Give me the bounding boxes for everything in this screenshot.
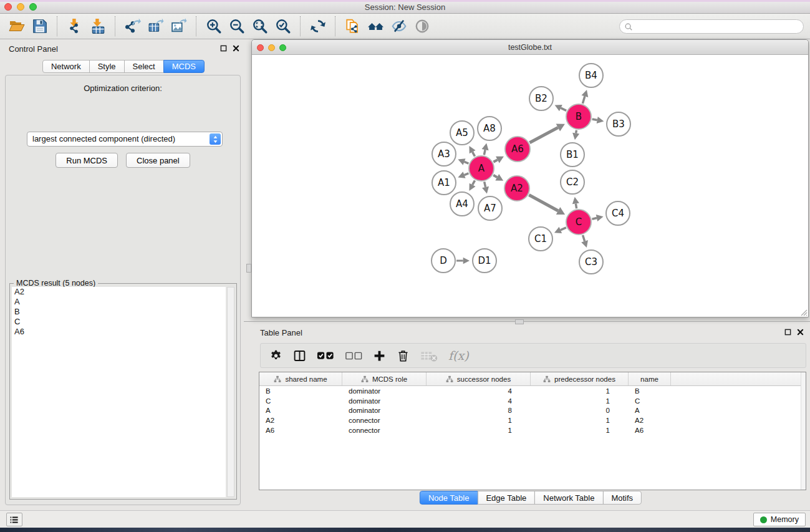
zoom-fit-button[interactable]: [248, 15, 271, 37]
delete-column-button[interactable]: [397, 349, 410, 362]
select-all-button[interactable]: [317, 349, 334, 362]
table-cell[interactable]: A: [629, 407, 671, 414]
criterion-dropdown[interactable]: largest connected component (directed): [27, 132, 223, 147]
table-cell[interactable]: dominator: [342, 407, 427, 414]
table-row[interactable]: A6connector11A6: [259, 425, 806, 435]
table-cell[interactable]: 8: [427, 407, 531, 414]
table-cell[interactable]: 1: [531, 427, 629, 434]
zoom-in-button[interactable]: [202, 15, 225, 37]
tab-node-table[interactable]: Node Table: [420, 491, 478, 505]
column-header-name[interactable]: name: [629, 372, 671, 385]
table-cell[interactable]: A6: [629, 427, 671, 434]
graph-node-B4[interactable]: B4: [579, 64, 603, 87]
graph-node-D1[interactable]: D1: [473, 249, 496, 273]
table-cell[interactable]: 4: [427, 397, 531, 405]
refresh-button[interactable]: [306, 15, 329, 37]
graph-node-C4[interactable]: C4: [606, 201, 630, 225]
table-row[interactable]: Adominator80A: [259, 406, 806, 416]
graph-node-C2[interactable]: C2: [561, 170, 584, 194]
graph-node-A4[interactable]: A4: [450, 192, 474, 216]
table-cell[interactable]: 1: [427, 427, 531, 434]
horizontal-splitter-handle[interactable]: [515, 319, 524, 324]
table-cell[interactable]: 1: [531, 397, 629, 405]
run-mcds-button[interactable]: Run MCDS: [55, 153, 118, 168]
graph-node-B3[interactable]: B3: [607, 112, 630, 136]
graph-node-A6[interactable]: A6: [505, 137, 530, 162]
resize-grip-icon[interactable]: [799, 307, 808, 316]
table-row[interactable]: Bdominator41B: [259, 386, 806, 396]
graph-node-B[interactable]: B: [566, 104, 591, 129]
table-cell[interactable]: 4: [427, 387, 531, 395]
table-cell[interactable]: dominator: [342, 397, 427, 405]
table-cell[interactable]: B: [259, 387, 342, 395]
result-item[interactable]: C: [12, 317, 226, 327]
graph-node-A2[interactable]: A2: [504, 176, 529, 201]
columns-button[interactable]: [293, 349, 306, 362]
result-item[interactable]: A2: [12, 287, 226, 297]
table-cell[interactable]: A6: [259, 427, 342, 434]
table-row[interactable]: A2connector11A2: [259, 415, 806, 425]
table-cell[interactable]: connector: [342, 417, 427, 424]
hide-selected-button[interactable]: [387, 15, 410, 37]
import-table-button[interactable]: [86, 15, 109, 37]
tab-style[interactable]: Style: [89, 60, 125, 73]
export-network-button[interactable]: [121, 15, 144, 37]
close-panel-icon[interactable]: [797, 329, 804, 336]
result-item[interactable]: A6: [12, 327, 226, 337]
table-cell[interactable]: A: [259, 407, 342, 414]
graph-node-A1[interactable]: A1: [432, 171, 456, 195]
graph-node-C1[interactable]: C1: [529, 227, 552, 251]
graph-node-A[interactable]: A: [469, 156, 494, 181]
network-window-titlebar[interactable]: testGlobe.txt: [252, 40, 808, 55]
graph-node-B2[interactable]: B2: [529, 87, 553, 110]
tab-select[interactable]: Select: [124, 60, 164, 73]
graph-node-A7[interactable]: A7: [478, 196, 502, 220]
column-header-shared-name[interactable]: shared name: [259, 372, 342, 385]
column-header-MCDS-role[interactable]: MCDS role: [342, 372, 427, 385]
table-cell[interactable]: A2: [259, 417, 342, 424]
add-column-button[interactable]: [373, 349, 386, 362]
tab-network[interactable]: Network: [42, 60, 90, 73]
save-session-button[interactable]: [28, 15, 51, 37]
memory-button[interactable]: Memory: [753, 513, 806, 526]
table-cell[interactable]: C: [629, 397, 671, 405]
tab-network-table[interactable]: Network Table: [534, 491, 603, 505]
table-cell[interactable]: 1: [531, 417, 629, 424]
deselect-all-button[interactable]: [345, 349, 362, 362]
result-item[interactable]: A: [12, 297, 226, 307]
vertical-splitter-handle[interactable]: [246, 264, 251, 273]
tab-motifs[interactable]: Motifs: [602, 491, 642, 505]
graph-node-C[interactable]: C: [566, 210, 591, 235]
result-item[interactable]: B: [12, 307, 226, 317]
network-graph-canvas[interactable]: B4B2BB3A5A8A6A3B1AA1C2A2A4A7C4CC1DD1C3: [253, 56, 809, 317]
graph-node-A8[interactable]: A8: [478, 117, 501, 140]
graph-node-D[interactable]: D: [432, 249, 455, 273]
copy-network-button[interactable]: [341, 15, 364, 37]
export-image-button[interactable]: [167, 15, 190, 37]
home-button[interactable]: [364, 15, 387, 37]
table-cell[interactable]: 0: [531, 407, 629, 414]
search-input[interactable]: [633, 21, 803, 32]
close-panel-button[interactable]: Close panel: [126, 153, 190, 168]
graph-node-B1[interactable]: B1: [561, 143, 584, 167]
table-scrollbar[interactable]: [801, 372, 806, 490]
task-history-button[interactable]: [6, 513, 22, 526]
graph-node-A3[interactable]: A3: [432, 142, 456, 166]
float-panel-icon[interactable]: [220, 45, 227, 52]
table-cell[interactable]: dominator: [342, 387, 427, 395]
table-cell[interactable]: C: [259, 397, 342, 405]
tab-edge-table[interactable]: Edge Table: [477, 491, 535, 505]
search-box[interactable]: [619, 19, 804, 34]
zoom-out-button[interactable]: [225, 15, 248, 37]
table-cell[interactable]: 1: [427, 417, 531, 424]
gear-button[interactable]: [269, 349, 282, 362]
close-panel-icon[interactable]: [233, 45, 239, 52]
export-table-button[interactable]: [144, 15, 167, 37]
graph-node-A5[interactable]: A5: [450, 121, 474, 145]
table-cell[interactable]: connector: [342, 427, 427, 434]
open-session-button[interactable]: [5, 15, 28, 37]
table-cell[interactable]: 1: [531, 387, 629, 395]
column-header-successor-nodes[interactable]: successor nodes: [427, 372, 531, 385]
graph-node-C3[interactable]: C3: [579, 250, 603, 274]
import-network-button[interactable]: [63, 15, 86, 37]
